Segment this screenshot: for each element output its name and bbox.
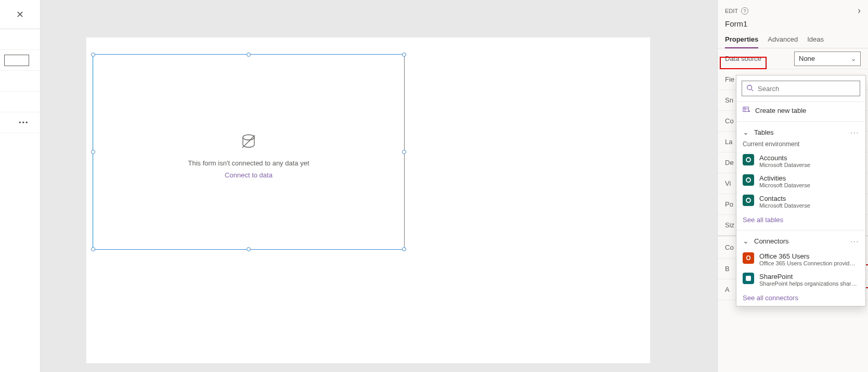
tables-header-label: Tables: [754, 129, 774, 136]
create-table-label: Create new table: [755, 107, 806, 114]
tab-advanced[interactable]: Advanced: [768, 32, 798, 48]
svg-point-2: [747, 85, 752, 89]
resize-handle[interactable]: [91, 53, 95, 57]
resize-handle[interactable]: [247, 53, 251, 57]
edit-label: EDIT: [725, 8, 738, 14]
canvas-area[interactable]: This form isn't connected to any data ye…: [41, 0, 717, 372]
more-icon[interactable]: •••: [4, 119, 29, 126]
chevron-down-icon: ⌄: [743, 237, 749, 245]
dataverse-icon: [743, 195, 754, 206]
tree-row[interactable]: [0, 71, 40, 92]
connectors-more-icon[interactable]: ···: [850, 237, 859, 245]
database-slash-icon: [240, 133, 257, 150]
tree-row-input[interactable]: [0, 50, 40, 71]
tables-section-header[interactable]: ⌄ Tables ···: [736, 124, 865, 140]
see-all-tables-link[interactable]: See all tables: [736, 212, 865, 228]
svg-line-1: [242, 135, 255, 148]
properties-panel: EDIT ? › Form1 Properties Advanced Ideas…: [717, 0, 868, 372]
connectors-header-label: Connectors: [754, 237, 788, 245]
chevron-right-icon[interactable]: ›: [858, 5, 861, 16]
resize-handle[interactable]: [402, 53, 406, 57]
table-item-activities[interactable]: Activities Microsoft Dataverse: [736, 171, 865, 191]
table-item-contacts[interactable]: Contacts Microsoft Dataverse: [736, 191, 865, 212]
svg-rect-4: [743, 107, 749, 112]
tab-properties[interactable]: Properties: [725, 32, 758, 48]
prop-data-source-row: Data source None ⌄: [718, 48, 868, 69]
table-item-accounts[interactable]: Accounts Microsoft Dataverse: [736, 151, 865, 171]
dropdown-value: None: [799, 55, 815, 62]
tree-row[interactable]: [0, 92, 40, 112]
connector-item-office365[interactable]: O Office 365 Users Office 365 Users Conn…: [736, 249, 865, 270]
search-input[interactable]: [758, 85, 856, 93]
search-input-wrapper[interactable]: [742, 81, 860, 96]
tree-row[interactable]: [0, 29, 40, 50]
table-plus-icon: [743, 106, 750, 115]
office365-icon: O: [743, 252, 754, 264]
resize-handle[interactable]: [402, 247, 406, 251]
tables-more-icon[interactable]: ···: [850, 129, 859, 136]
name-input-box[interactable]: [4, 55, 29, 66]
dataverse-icon: [743, 174, 754, 186]
tab-ideas[interactable]: Ideas: [807, 32, 824, 48]
resize-handle[interactable]: [91, 247, 95, 251]
connectors-section-header[interactable]: ⌄ Connectors ···: [736, 233, 865, 249]
create-new-table-button[interactable]: Create new table: [736, 102, 865, 119]
data-source-dropdown[interactable]: None ⌄: [794, 52, 861, 66]
current-environment-label: Current environment: [736, 140, 865, 151]
tree-row-more[interactable]: •••: [0, 112, 40, 133]
help-icon[interactable]: ?: [741, 7, 748, 15]
svg-line-3: [752, 89, 754, 91]
resize-handle[interactable]: [247, 247, 251, 251]
form-empty-message: This form isn't connected to any data ye…: [93, 159, 404, 167]
connect-to-data-link[interactable]: Connect to data: [93, 171, 404, 179]
form-control[interactable]: This form isn't connected to any data ye…: [93, 54, 405, 250]
data-source-flyout: Create new table ⌄ Tables ··· Current en…: [736, 75, 866, 306]
chevron-down-icon: ⌄: [743, 128, 749, 136]
search-icon: [746, 84, 754, 93]
connector-item-sharepoint[interactable]: SharePoint SharePoint helps organization…: [736, 270, 865, 290]
dataverse-icon: [743, 154, 754, 165]
close-icon[interactable]: ✕: [16, 9, 24, 20]
canvas-page[interactable]: This form isn't connected to any data ye…: [86, 37, 650, 363]
prop-label-data-source: Data source: [725, 55, 761, 62]
chevron-down-icon: ⌄: [851, 55, 856, 62]
see-all-connectors-link[interactable]: See all connectors: [736, 290, 865, 306]
sharepoint-icon: [743, 273, 754, 284]
left-tree-panel: ✕ •••: [0, 0, 41, 372]
control-name: Form1: [718, 18, 868, 32]
